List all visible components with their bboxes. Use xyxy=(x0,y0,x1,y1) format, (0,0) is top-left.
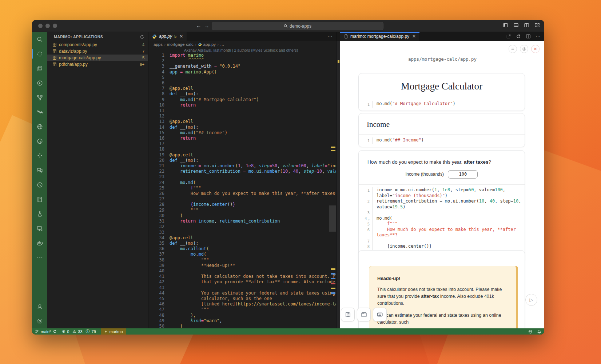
globe-icon[interactable] xyxy=(528,329,533,334)
activity-more-icon[interactable] xyxy=(32,250,47,265)
activity-comments-icon[interactable] xyxy=(32,163,47,177)
tab-close-icon[interactable]: ✕ xyxy=(179,34,183,39)
branch-name: main* xyxy=(41,329,51,334)
activity-docker-icon[interactable] xyxy=(32,236,47,250)
problems-status[interactable]: ⊗0 ⚠33 ⓘ79 xyxy=(62,329,96,334)
code-line: 25 f""" xyxy=(148,185,336,191)
scrollbar-thumb[interactable] xyxy=(329,205,336,232)
activity-debug-circle-icon[interactable] xyxy=(32,76,47,90)
customize-layout-icon[interactable] xyxy=(534,23,540,28)
refresh-icon[interactable] xyxy=(516,34,521,39)
sidebar-file-item[interactable]: components/app.py4 xyxy=(47,41,148,48)
overview-ruler[interactable] xyxy=(329,53,336,328)
cell-code[interactable]: 1mo.md("## Income") xyxy=(359,135,525,147)
activity-settings-icon[interactable] xyxy=(32,314,47,328)
code-line: 42 that you provide **after-tax** income… xyxy=(148,279,336,285)
tab-close-icon[interactable]: ✕ xyxy=(412,34,416,39)
code-line: 31 return income, retirement_contributio… xyxy=(148,219,336,224)
maximize-button[interactable] xyxy=(53,24,57,28)
code-line: 23 xyxy=(148,174,336,180)
income-number-input[interactable]: 100 xyxy=(448,170,478,179)
activity-search-icon[interactable] xyxy=(32,32,47,47)
open-external-icon[interactable] xyxy=(506,34,511,39)
code-line: 4app = marimo.App() xyxy=(148,69,336,75)
code-line: 46 [linked here](https://smartasset.com/… xyxy=(148,301,336,307)
breadcrumb-item[interactable]: app.py xyxy=(203,42,216,47)
breadcrumb[interactable]: apps› mortgage-calc› app.py› … xyxy=(148,41,336,48)
activity-remote-monitor-icon[interactable] xyxy=(32,221,47,236)
code-editor[interactable]: 1import marimo2 3__generated_with = "0.0… xyxy=(148,53,336,328)
run-cell-button[interactable]: ▷ xyxy=(525,294,537,306)
activity-account-icon[interactable] xyxy=(32,299,47,314)
git-branch-status[interactable]: main* xyxy=(35,329,57,334)
code-line: 30 ) xyxy=(148,213,336,219)
activity-diamonds-icon[interactable] xyxy=(32,148,47,163)
settings-button[interactable] xyxy=(520,45,528,53)
code-line: 48 ), xyxy=(148,313,336,318)
code-line: 1import marimo xyxy=(148,53,336,58)
breadcrumb-item[interactable]: mortgage-calc xyxy=(167,42,194,47)
activity-history-icon[interactable] xyxy=(32,177,47,192)
activity-github-icon[interactable] xyxy=(32,134,47,148)
shutdown-button[interactable]: ✕ xyxy=(531,45,540,53)
code-line: 10 return xyxy=(148,103,336,108)
sync-icon[interactable] xyxy=(53,329,57,333)
code-line: 5 xyxy=(148,75,336,80)
activity-globe-icon[interactable] xyxy=(32,119,47,134)
errors-icon: ⊗ xyxy=(62,329,65,334)
split-editor-icon[interactable] xyxy=(524,23,529,28)
activity-copy-icon[interactable] xyxy=(32,61,47,76)
sidebar: MARIMO: APPLICATIONS components/app.py4d… xyxy=(47,32,148,328)
activity-references-icon[interactable] xyxy=(32,90,47,105)
editor-actions-more-icon[interactable]: ··· xyxy=(327,33,333,39)
code-line: 35def __(mo): xyxy=(148,241,336,246)
activity-marimo-icon[interactable] xyxy=(32,47,47,61)
save-button[interactable] xyxy=(341,308,355,321)
activity-notebook-icon[interactable] xyxy=(32,192,47,207)
nav-forward-icon[interactable]: → xyxy=(203,23,210,29)
toggle-sidebar-icon[interactable] xyxy=(503,23,508,28)
activity-terraform-icon[interactable] xyxy=(32,105,47,119)
breadcrumb-item[interactable]: … xyxy=(220,42,224,47)
code-line: 19@app.cell xyxy=(148,152,336,158)
vscode-window: ← → demo-apps MARIMO: APPLICATIONS compo… xyxy=(32,20,544,335)
sidebar-file-item[interactable]: pdfchat/app.py9+ xyxy=(47,61,148,68)
chip-label: marimo xyxy=(110,329,123,334)
breadcrumb-item[interactable]: apps xyxy=(154,42,163,47)
code-line: 26 How much do you expect to make this y… xyxy=(148,191,336,196)
more-actions-icon[interactable]: ··· xyxy=(536,33,541,39)
tab-marimo-preview[interactable]: marimo: mortgage-calc/app.py ✕ xyxy=(340,32,420,41)
code-line: 21 income = mo.ui.number(1, 1e8, step=50… xyxy=(148,163,336,169)
editor-tabbar: app.py 5 ✕ ··· xyxy=(148,32,336,41)
save-icon xyxy=(345,312,351,318)
question-text: How much do you expect to make this year… xyxy=(367,159,516,165)
notifications-bell-icon[interactable] xyxy=(537,329,541,334)
chevron-right-icon: › xyxy=(217,42,219,47)
open-browser-button[interactable] xyxy=(357,308,371,321)
code-line: 29 """ xyxy=(148,208,336,213)
activity-test-flask-icon[interactable] xyxy=(32,207,47,221)
browser-window-icon xyxy=(361,312,367,318)
cell-code-line: 5 f""" xyxy=(359,221,525,227)
keyboard-shortcuts-button[interactable] xyxy=(373,308,387,321)
close-button[interactable] xyxy=(38,24,43,28)
toggle-panel-icon[interactable] xyxy=(513,23,519,28)
cell-code[interactable]: 1mo.md("# Mortgage Calculator") xyxy=(359,98,525,111)
cell-code-line: 2retirement_contribution = mo.ui.number(… xyxy=(359,199,525,210)
nav-back-icon[interactable]: ← xyxy=(195,23,202,29)
income-input-label: income (thousands) xyxy=(406,172,444,177)
ruler-mark xyxy=(331,288,335,289)
tab-label: app.py xyxy=(159,34,172,39)
code-line: 44 You can estimate your federal and sta… xyxy=(148,291,336,296)
tab-app-py[interactable]: app.py 5 ✕ xyxy=(148,32,187,41)
refresh-icon[interactable] xyxy=(140,35,144,39)
command-center-search[interactable]: demo-apps xyxy=(212,22,383,30)
sidebar-file-item[interactable]: dataviz/app.py7 xyxy=(47,48,148,55)
file-label: pdfchat/app.py xyxy=(59,62,138,67)
marimo-status-chip[interactable]: marimo xyxy=(101,328,126,335)
minimize-button[interactable] xyxy=(45,24,50,28)
ruler-mark xyxy=(331,147,335,148)
sidebar-file-item[interactable]: mortgage-calc/app.py5 xyxy=(47,55,148,61)
split-editor-icon[interactable] xyxy=(526,34,531,39)
menu-button[interactable] xyxy=(509,45,517,53)
